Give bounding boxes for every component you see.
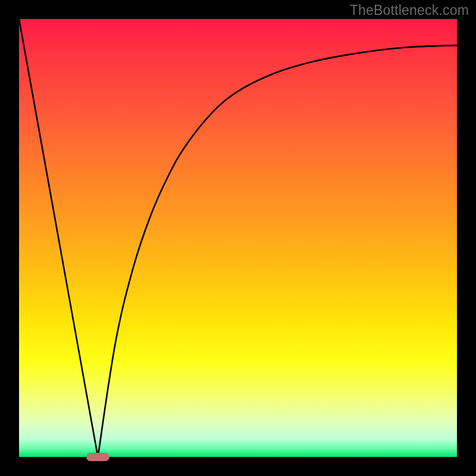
watermark-text: TheBottleneck.com (350, 2, 469, 18)
plot-area (19, 19, 457, 457)
optimal-marker (86, 453, 110, 461)
bottleneck-curve (19, 19, 457, 457)
curve-right-branch (98, 45, 458, 457)
chart-frame: TheBottleneck.com (0, 0, 476, 476)
curve-left-branch (19, 19, 98, 457)
